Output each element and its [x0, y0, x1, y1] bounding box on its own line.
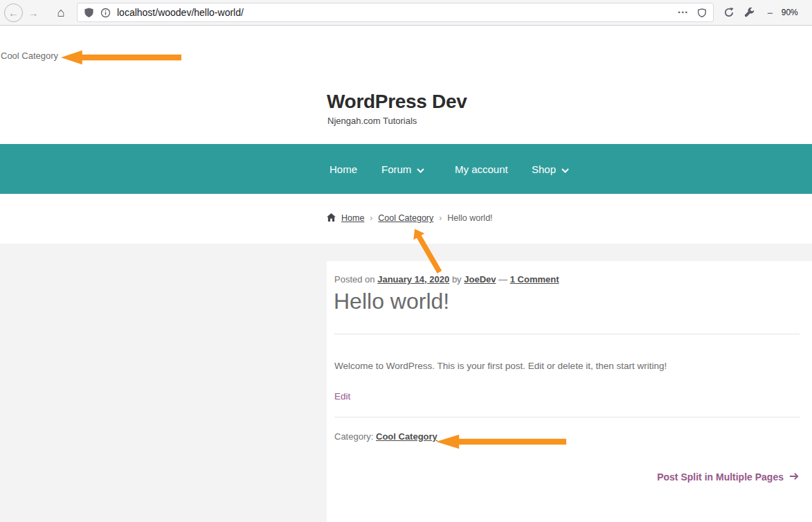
post-category-link[interactable]: Cool Category — [376, 431, 437, 442]
refresh-icon[interactable] — [723, 7, 734, 18]
site-info-icon[interactable] — [100, 8, 111, 18]
divider — [334, 334, 800, 334]
forward-icon: → — [28, 7, 39, 19]
zoom-level[interactable]: 90% — [782, 8, 798, 17]
home-button[interactable]: ⌂ — [53, 4, 69, 21]
url-text[interactable]: localhost/woodev/hello-world/ — [117, 7, 678, 18]
post-title: Hello world! — [334, 289, 449, 314]
back-icon: ← — [8, 7, 19, 19]
zoom-out-icon[interactable]: − — [767, 7, 773, 19]
nav-shop-label: Shop — [532, 163, 556, 175]
post-date-link[interactable]: January 14, 2020 — [377, 274, 449, 285]
nav-item-my-account[interactable]: My account — [455, 144, 508, 194]
edit-post-link[interactable]: Edit — [334, 391, 350, 402]
breadcrumb-current-page: Hello world! — [447, 213, 492, 223]
breadcrumb-link-category[interactable]: Cool Category — [378, 213, 433, 223]
nav-forum-label: Forum — [381, 163, 411, 175]
page-actions-icon[interactable]: ••• — [678, 9, 689, 16]
forward-button[interactable]: → — [25, 4, 42, 21]
home-icon: ⌂ — [57, 6, 65, 20]
chevron-down-icon — [417, 163, 424, 175]
site-title[interactable]: WordPress Dev — [327, 91, 467, 113]
pagination-label: Post Split in Multiple Pages — [657, 471, 784, 483]
url-bar[interactable]: localhost/woodev/hello-world/ ••• — [77, 3, 714, 22]
post-meta: Posted on January 14, 2020 by JoeDev — 1… — [334, 274, 559, 285]
breadcrumb: Home › Cool Category › Hello world! — [327, 211, 493, 225]
breadcrumb-separator: › — [370, 213, 372, 223]
post-author-link[interactable]: JoeDev — [464, 274, 496, 285]
meta-dash: — — [498, 274, 507, 285]
browser-toolbar: ← → ⌂ localhost/woodev/hello-world/ ••• — [0, 0, 812, 26]
nav-home-label: Home — [330, 163, 357, 175]
nav-item-shop[interactable]: Shop — [532, 144, 569, 194]
chevron-down-icon — [561, 163, 569, 175]
nav-item-forum[interactable]: Forum — [381, 144, 424, 194]
comments-link[interactable]: 1 Comment — [510, 274, 559, 285]
annotation-arrow-category-widget — [61, 50, 181, 65]
breadcrumb-link-home[interactable]: Home — [341, 213, 364, 223]
category-label: Category: — [334, 431, 373, 442]
nav-account-label: My account — [455, 163, 508, 175]
tracking-protection-shield-icon[interactable] — [84, 7, 94, 18]
nav-item-home[interactable]: Home — [330, 144, 357, 194]
primary-navigation: Home Forum My account Shop — [0, 144, 812, 194]
back-button[interactable]: ← — [4, 3, 23, 22]
wrench-icon[interactable] — [744, 7, 755, 18]
posted-on-label: Posted on — [334, 274, 375, 285]
by-label: by — [452, 274, 462, 285]
divider — [334, 417, 800, 417]
post-pagination-link[interactable]: Post Split in Multiple Pages — [334, 471, 800, 483]
annotation-arrow-post-category — [436, 434, 566, 449]
browser-window: ← → ⌂ localhost/woodev/hello-world/ ••• — [0, 0, 812, 522]
post-category-line: Category: Cool Category — [334, 431, 437, 442]
arrow-right-icon — [789, 471, 800, 483]
category-widget-link[interactable]: Cool Category — [1, 51, 58, 61]
post-body-text: Welcome to WordPress. This is your first… — [334, 361, 667, 371]
save-shield-icon[interactable] — [697, 8, 707, 18]
site-tagline: Njengah.com Tutorials — [327, 116, 417, 126]
breadcrumb-separator: › — [439, 213, 442, 223]
breadcrumb-home-icon[interactable] — [327, 213, 336, 224]
